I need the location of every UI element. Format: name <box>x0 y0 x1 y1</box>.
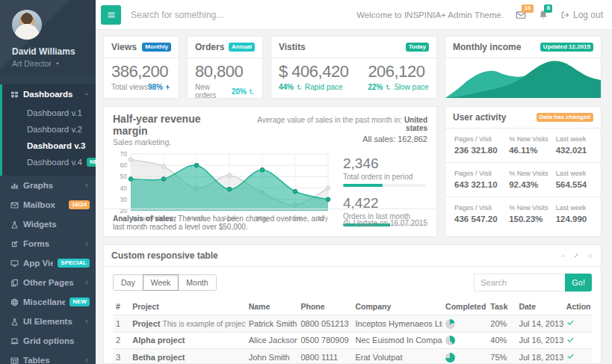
content: Views Monthly 386,200 Total views 98% Or… <box>96 30 612 364</box>
notifications-button[interactable]: 8 <box>538 10 548 20</box>
income-title: Monthly income <box>453 42 521 52</box>
activity-stat-label: Last week <box>556 204 592 212</box>
activity-stat-label: Pages / Visit <box>454 135 504 143</box>
cell-task: 75% <box>487 349 516 363</box>
hamburger-icon <box>107 10 116 19</box>
sidebar-subitem-dashboard-v-1[interactable]: Dashboard v.1 <box>2 105 96 121</box>
chevron-left-icon <box>84 182 90 188</box>
activity-row: Pages / Visit436 547.20% New Visits150.2… <box>445 197 601 231</box>
views-title: Views <box>111 42 137 52</box>
sidebar-item-ui-elements[interactable]: UI Elements <box>2 312 96 331</box>
caret-down-icon <box>55 61 61 67</box>
user-role-dropdown[interactable]: Art Director <box>12 59 90 68</box>
table-search-go-button[interactable]: Go! <box>565 274 592 291</box>
orders-badge: Annual <box>229 43 255 52</box>
activity-stat-label: % New Visits <box>509 135 551 143</box>
activity-stat: % New Visits46.11% <box>509 135 551 155</box>
sidebar-item-dashboards[interactable]: Dashboards <box>2 84 96 104</box>
cell-company: Inceptos Hymenaeos Ltd <box>352 315 442 333</box>
topbar-right: Welcome to INSPINIA+ Admin Theme. 16 8 L… <box>356 10 603 20</box>
level-up-icon <box>248 88 255 95</box>
table-search-input[interactable] <box>474 274 565 291</box>
check-icon[interactable] <box>566 352 575 360</box>
sign-out-icon <box>560 10 569 19</box>
sidebar-item-graphs[interactable]: Graphs <box>2 176 96 195</box>
sidebar-group-mailbox: Mailbox16/24 <box>0 195 96 215</box>
sidebar-subitem-dashboard-v-4[interactable]: Dashboard v.4NEW <box>2 154 96 170</box>
table-row: 2Alpha projectAlice Jackson0500 780909Ne… <box>113 332 592 349</box>
filter-day-button[interactable]: Day <box>113 274 143 291</box>
activity-stat: % New Visits150.23% <box>509 204 551 223</box>
bar-chart-icon <box>10 182 19 190</box>
sidebar-item-miscellaneous[interactable]: MiscellaneousNEW <box>2 292 96 312</box>
cell-phone: 0500 780909 <box>297 332 352 349</box>
close-icon[interactable] <box>587 253 593 259</box>
sidebar-subitem-dashboard-v-3[interactable]: Dashboard v.3 <box>2 138 96 154</box>
sidebar-group-grid-options: Grid options <box>0 331 96 351</box>
time-filter-group: DayWeekMonth <box>113 274 217 291</box>
orders-in-period-label: Total orders in period <box>343 173 426 181</box>
filter-week-button[interactable]: Week <box>143 274 179 291</box>
sidebar-profile: David Williams Art Director <box>0 0 96 75</box>
laptop-icon <box>10 337 19 345</box>
revenue-side-stats: 2,346 Total orders in period 4,422 Order… <box>331 149 427 209</box>
visits-title: Vistits <box>279 42 306 52</box>
cell-phone: 0800 051213 <box>297 315 352 333</box>
sidebar-item-grid-options[interactable]: Grid options <box>2 331 96 351</box>
sidebar-item-other-pages[interactable]: Other Pages <box>2 273 96 292</box>
cell-name: Alice Jackson <box>246 332 298 349</box>
col-project: Project <box>129 298 245 315</box>
check-icon[interactable] <box>566 318 575 327</box>
sidebar-item-tables[interactable]: Tables <box>2 351 96 364</box>
visits-value-right: 206,120 <box>368 62 428 81</box>
user-activity-title: User activity <box>453 112 506 123</box>
app-root: David Williams Art Director DashboardsDa… <box>0 0 612 364</box>
activity-stat-value: 150.23% <box>509 215 551 223</box>
activity-stat-value: 92.43% <box>509 180 551 189</box>
visits-label-right: Slow pace <box>394 83 428 91</box>
cell-action <box>563 315 592 333</box>
cell-task: 20% <box>487 315 516 333</box>
orders-in-period-progress <box>343 184 426 187</box>
filter-month-button[interactable]: Month <box>178 274 216 291</box>
globe-icon <box>10 298 19 306</box>
sidebar-item-mailbox[interactable]: Mailbox16/24 <box>2 195 96 215</box>
sidebar-group-dashboards: DashboardsDashboard v.1Dashboard v.2Dash… <box>0 84 96 176</box>
copy-icon <box>10 279 19 287</box>
check-icon[interactable] <box>566 336 575 344</box>
sidebar-subitem-dashboard-v-2[interactable]: Dashboard v.2 <box>2 121 96 138</box>
notifications-count-badge: 8 <box>544 4 552 13</box>
sidebar-group-other-pages: Other Pages <box>0 273 96 292</box>
level-up-icon <box>385 84 392 90</box>
sidebar-subitem-label: Dashboard v.3 <box>27 141 85 150</box>
cell-date: Jul 14, 2013 <box>516 315 563 333</box>
activity-row: Pages / Visit643 321.10% New Visits92.43… <box>445 163 601 197</box>
sidebar-item-app-views[interactable]: App ViewsSPECIAL <box>2 253 96 273</box>
sidebar-subitem-label: Dashboard v.1 <box>27 108 82 117</box>
svg-text:70: 70 <box>120 150 128 158</box>
logout-button[interactable]: Log out <box>560 10 603 20</box>
wrench-icon[interactable] <box>573 253 580 259</box>
sidebar-item-label: App Views <box>23 259 53 268</box>
minimize-sidebar-button[interactable] <box>101 5 121 25</box>
sidebar-item-label: Graphs <box>23 181 79 190</box>
activity-stat-label: % New Visits <box>509 204 551 212</box>
avatar[interactable] <box>12 10 42 40</box>
cell-name: Patrick Smith <box>246 315 298 333</box>
cell-completed <box>442 332 487 349</box>
messages-button[interactable]: 16 <box>516 10 526 20</box>
topbar-search-input[interactable] <box>129 9 348 21</box>
visits-stat-right: 22% <box>368 83 383 91</box>
desktop-icon <box>10 259 19 268</box>
sidebar-item-forms[interactable]: Forms <box>2 234 96 253</box>
panel-tools <box>560 253 593 259</box>
sidebar-badge: SPECIAL <box>58 259 90 268</box>
sidebar-item-widgets[interactable]: Widgets <box>2 215 96 234</box>
user-activity-badge: Data has changed <box>537 113 593 122</box>
col-action: Action <box>563 298 592 315</box>
topbar: Welcome to INSPINIA+ Admin Theme. 16 8 L… <box>96 0 612 30</box>
cell-completed <box>442 349 487 363</box>
collapse-icon[interactable] <box>560 253 566 259</box>
activity-stat-value: 124.990 <box>556 215 592 223</box>
visits-label-left: Rapid pace <box>305 83 343 91</box>
